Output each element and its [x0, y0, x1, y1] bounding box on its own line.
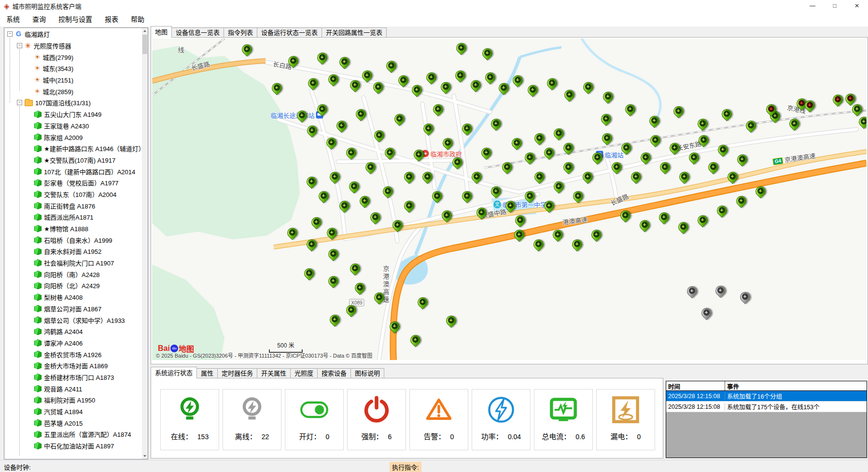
menu-item-3[interactable]: 报表 [98, 14, 125, 25]
pin-plus-icon: + [507, 202, 514, 208]
tree-label: 107国道沿线(31/31) [35, 98, 91, 107]
tree-row[interactable]: 金桥建材市场门口 A1873 [4, 372, 142, 383]
tree-row[interactable]: 陈家组 A2009 [4, 131, 142, 143]
bulb-off-icon [238, 395, 266, 424]
tree-expander[interactable]: − [17, 100, 22, 105]
tree-row[interactable]: 观音路 A2411 [4, 383, 142, 394]
tree-expander[interactable]: − [7, 31, 13, 37]
tree-row[interactable]: 向阳桥（南）A2428 [4, 268, 142, 280]
pin-plus-icon: + [835, 96, 841, 102]
map-tab-4[interactable]: 开关回路属性一览表 [322, 28, 387, 38]
pin-plus-icon: + [400, 77, 406, 83]
map-tab-1[interactable]: 设备信息一览表 [171, 28, 224, 38]
tree-row[interactable]: ☀城西(2799) [4, 51, 142, 63]
tree-row[interactable]: ★博物馆 A1888 [4, 223, 142, 235]
tree-label: 梨树巷 A2408 [44, 292, 83, 302]
tree-row[interactable]: 五尖山大门东 A1949 [4, 109, 142, 120]
status-card-label: 强制： [362, 431, 383, 441]
pin-plus-icon: + [642, 222, 648, 228]
tree-row[interactable]: 城西派出所A1871 [4, 211, 142, 223]
tree-row[interactable]: 中石化加油站对面 A1897 [4, 440, 142, 452]
status-card-label: 开灯： [299, 431, 321, 441]
tree-row[interactable]: 社会福利院大门口 A1907 [4, 257, 142, 269]
scroll-down-icon[interactable] [142, 453, 148, 459]
pin-plus-icon: + [372, 214, 378, 220]
sun-icon: ☀ [34, 76, 41, 83]
flag-icon [34, 111, 42, 118]
tree-row[interactable]: 金桥大市场对面 A1869 [4, 360, 142, 372]
tree-row[interactable]: 彭家巷（党校后面）A1977 [4, 177, 142, 189]
tree-row[interactable]: 交警队东（107南）A2004 [4, 189, 142, 200]
tree-row[interactable]: 107北（建新中路路口西）A2014 [4, 166, 142, 177]
pin-plus-icon: + [357, 284, 363, 291]
tree-row[interactable]: −G临湘路灯 [4, 28, 142, 40]
tree-row[interactable]: 向阳桥（北）A2429 [4, 280, 142, 292]
tree-row[interactable]: 汽贸城 A1894 [4, 406, 142, 417]
pin-plus-icon: + [798, 100, 805, 106]
bulb-on-icon [175, 395, 204, 424]
pin-plus-icon: + [330, 76, 336, 82]
bottom-tab-bar: 系统运行状态属性定时器任务开关属性光照度搜索设备图标说明 [151, 368, 663, 378]
tree-row[interactable]: ☀城中(2151) [4, 74, 142, 86]
maximize-button[interactable]: □ [824, 0, 846, 12]
pin-plus-icon: + [623, 144, 630, 151]
menu-item-2[interactable]: 控制与设置 [52, 14, 98, 25]
close-button[interactable]: ✕ [846, 0, 868, 12]
tree-scrollbar[interactable] [142, 28, 148, 459]
tree-row[interactable]: 五里派出所（富源汽配）A1874 [4, 429, 142, 440]
tree-expander[interactable]: − [17, 43, 22, 48]
pin-plus-icon: + [710, 164, 716, 170]
map-canvas[interactable]: 线长盛路长白路临湘长途汽车站★临湘市政府临湘站长安东路京港线G4京港澳高速长盛路… [152, 39, 867, 360]
bottom-tab-4[interactable]: 光照度 [290, 368, 318, 378]
tree-label: 汽贸城 A1894 [44, 407, 83, 416]
menu-item-0[interactable]: 系统 [0, 14, 26, 25]
tree-row[interactable]: −107国道沿线(31/31) [4, 97, 142, 109]
tree-row[interactable]: ☀城北(2859) [4, 85, 142, 97]
pin-plus-icon: + [717, 287, 724, 293]
pin-plus-icon: + [861, 118, 867, 125]
minimize-button[interactable]: — [801, 0, 824, 12]
tree-row[interactable]: −☀光照度传感器 [4, 40, 142, 52]
map-tab-0[interactable]: 地图 [151, 26, 172, 38]
bottom-tab-1[interactable]: 属性 [196, 368, 218, 378]
flag-icon [34, 396, 42, 403]
event-text: 系统加载了16个分组 [725, 391, 867, 401]
bottom-tab-0[interactable]: 系统运行状态 [151, 367, 197, 378]
tree-row[interactable]: 鸿鹤路 A2404 [4, 326, 142, 337]
bottom-tab-6[interactable]: 图标说明 [350, 368, 384, 378]
tree-row[interactable]: 石咀桥（自来水）A1999 [4, 234, 142, 246]
tree-row[interactable]: 自来水斜对面 A1952 [4, 246, 142, 257]
menu-item-1[interactable]: 查询 [26, 14, 52, 25]
tree-row[interactable]: 福利院对面 A1950 [4, 394, 142, 406]
scroll-up-icon[interactable] [142, 28, 148, 34]
tree-row[interactable]: 金桥农贸市场 A1926 [4, 348, 142, 360]
pin-plus-icon: + [546, 149, 552, 155]
flag-icon [34, 362, 42, 369]
bottom-tab-2[interactable]: 定时器任务 [217, 368, 257, 378]
pin-plus-icon: + [627, 106, 633, 112]
pin-plus-icon: + [375, 83, 381, 90]
tree-row[interactable]: 梨树巷 A2408 [4, 292, 142, 303]
map-tab-2[interactable]: 指令列表 [224, 28, 257, 38]
tree-row[interactable]: 芭茅塘 A2015 [4, 417, 142, 429]
tree-row[interactable]: 王家珑巷 A2430 [4, 120, 142, 132]
tree-row[interactable]: 烟草公司对面 A1867 [4, 303, 142, 315]
map-copyright: © 2025 Baidu - GS(2023)3206号 - 甲测资字11111… [156, 351, 372, 359]
flag-icon [34, 305, 42, 312]
menu-item-4[interactable]: 帮助 [125, 14, 151, 25]
map-tab-3[interactable]: 设备运行状态一览表 [257, 28, 322, 38]
tree-row[interactable]: 烟草公司（求知中学）A1933 [4, 314, 142, 326]
tree-row[interactable]: ★交警队西(107南) A1917 [4, 154, 142, 166]
event-row[interactable]: 2025/3/28 12:15:08系统加载了175个设备，在线153个 [666, 402, 867, 412]
tree-row[interactable]: ★建新中路路口东 A1946（辅道灯） [4, 143, 142, 154]
tree-row[interactable]: 南正街转盘 A1876 [4, 200, 142, 211]
bottom-tab-3[interactable]: 开关属性 [257, 368, 291, 378]
title-bar: ◈ 城市照明监控系统客户端 — □ ✕ [0, 0, 868, 12]
toggle-icon [300, 395, 329, 424]
bottom-tab-5[interactable]: 搜索设备 [317, 368, 351, 378]
tree-row[interactable]: ☀城东(3543) [4, 63, 142, 74]
pin-plus-icon: + [487, 74, 493, 80]
event-row[interactable]: 2025/3/28 12:15:08系统加载了16个分组 [666, 391, 867, 402]
tree-row[interactable]: 谭家冲 A2406 [4, 337, 142, 349]
scroll-thumb[interactable] [142, 35, 147, 54]
